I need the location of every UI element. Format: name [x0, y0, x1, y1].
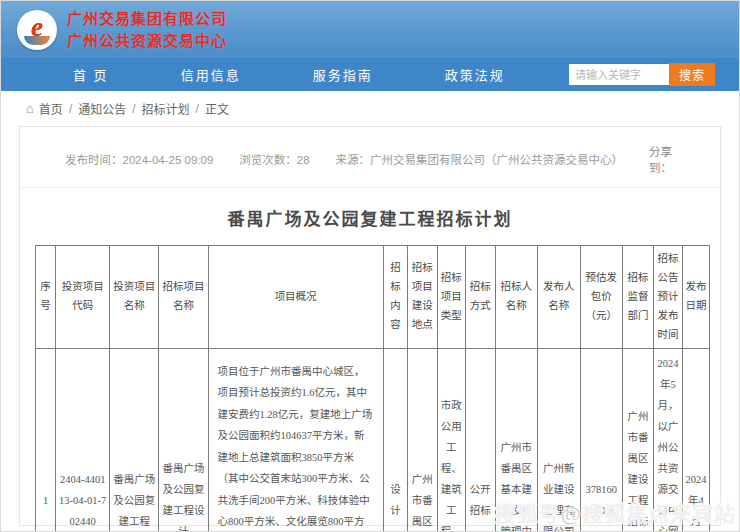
search-area: 搜索	[569, 63, 715, 86]
col-publisher: 发布人名称	[538, 246, 580, 349]
cell-overview: 项目位于广州市番禺中心城区，项目预计总投资约1.6亿元，其中建安费约1.28亿元…	[208, 349, 383, 532]
cell-method: 公开招标	[465, 349, 495, 532]
content-panel: 发布时间：2024-04-25 09:09 浏览次数：28 来源：广州交易集团有…	[19, 126, 721, 526]
source-value: 广州交易集团有限公司（广州公共资源交易中心）	[370, 154, 623, 166]
org-name: 广州交易集团有限公司 广州公共资源交易中心	[67, 8, 227, 52]
source: 来源：广州交易集团有限公司（广州公共资源交易中心）	[336, 151, 624, 167]
cell-tender-name: 番禺广场及公园复建工程设计	[159, 349, 208, 532]
col-tender-content: 招标内容	[383, 246, 407, 349]
cell-type: 市政公用工程、建筑工程、风景园林工程	[437, 349, 465, 532]
breadcrumb-notices[interactable]: 通知公告	[78, 100, 126, 117]
site-header: e 广州交易集团有限公司 广州公共资源交易中心	[1, 1, 739, 58]
col-overview: 项目概况	[208, 246, 383, 349]
breadcrumb-separator: /	[69, 102, 72, 116]
publish-time: 发布时间：2024-04-25 09:09	[65, 151, 213, 167]
col-invest-name: 投资项目名称	[110, 246, 159, 349]
col-type: 招标项目类型	[437, 246, 465, 349]
home-icon: ⌂	[26, 101, 34, 116]
publish-time-value: 2024-04-25 09:09	[123, 154, 214, 166]
search-input[interactable]	[569, 64, 669, 85]
col-est-price: 预估发包价（元）	[580, 246, 622, 349]
col-tenderer: 招标人名称	[495, 246, 537, 349]
col-method: 招标方式	[465, 246, 495, 349]
view-count-value: 28	[297, 154, 310, 166]
nav-item-credit-info[interactable]: 信用信息	[167, 65, 255, 84]
publish-time-label: 发布时间：	[65, 154, 123, 166]
col-seq: 序号	[36, 246, 56, 349]
main-nav: 首 页 信用信息 服务指南 政策法规 搜索	[1, 58, 739, 91]
cell-invest-code: 2404-440113-04-01-702440	[56, 349, 110, 532]
col-tender-name: 招标项目名称	[159, 246, 208, 349]
article-title: 番禺广场及公园复建工程招标计划	[20, 205, 720, 230]
nav-item-service-guide[interactable]: 服务指南	[299, 65, 387, 84]
breadcrumb-home[interactable]: 首页	[39, 100, 63, 117]
col-publish-date: 发布日期	[682, 246, 709, 349]
site-logo[interactable]: e	[17, 10, 57, 50]
org-name-line2: 广州公共资源交易中心	[67, 30, 227, 52]
breadcrumb-separator: /	[196, 102, 199, 116]
breadcrumb-tender-plan[interactable]: 招标计划	[142, 100, 190, 117]
org-name-line1: 广州交易集团有限公司	[67, 8, 227, 30]
breadcrumb-current: 正文	[205, 100, 229, 117]
watermark: 搜狐号@搜狐焦点来宾站	[495, 497, 736, 527]
nav-item-policies[interactable]: 政策法规	[431, 65, 519, 84]
col-announce-time: 招标公告预计发布时间	[653, 246, 682, 349]
cell-seq: 1	[36, 349, 56, 532]
breadcrumb-separator: /	[132, 102, 135, 116]
page: e 广州交易集团有限公司 广州公共资源交易中心 首 页 信用信息 服务指南 政策…	[0, 0, 740, 532]
logo-swirl-icon	[24, 36, 50, 45]
col-supervision: 招标监督部门	[622, 246, 653, 349]
search-button[interactable]: 搜索	[669, 63, 715, 86]
share-label: 分享到：	[649, 143, 692, 175]
table-header-row: 序号 投资项目代码 投资项目名称 招标项目名称 项目概况 招标内容 招标项目建设…	[36, 246, 710, 349]
source-label: 来源：	[336, 154, 371, 166]
col-invest-code: 投资项目代码	[56, 246, 110, 349]
view-count: 浏览次数：28	[239, 151, 309, 167]
tender-plan-table: 序号 投资项目代码 投资项目名称 招标项目名称 项目概况 招标内容 招标项目建设…	[35, 245, 710, 532]
breadcrumb: ⌂ 首页 / 通知公告 / 招标计划 / 正文	[1, 91, 739, 126]
view-count-label: 浏览次数：	[239, 154, 297, 166]
cell-location: 广州市番禺区	[408, 349, 438, 532]
article-meta: 发布时间：2024-04-25 09:09 浏览次数：28 来源：广州交易集团有…	[20, 127, 720, 188]
cell-invest-name: 番禺广场及公园复建工程	[110, 349, 159, 532]
cell-tender-content: 设计	[383, 349, 407, 532]
nav-item-home[interactable]: 首 页	[59, 65, 123, 84]
col-location: 招标项目建设地点	[408, 246, 438, 349]
